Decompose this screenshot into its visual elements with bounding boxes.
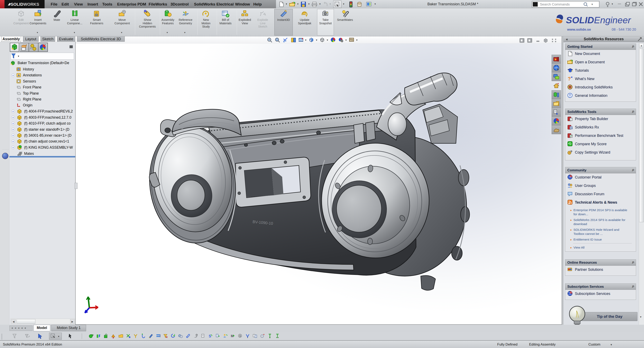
svg-text:S: S bbox=[239, 334, 241, 337]
svg-text:SOLIDEngineer: SOLIDEngineer bbox=[566, 15, 631, 25]
svg-text:▼: ▼ bbox=[316, 39, 318, 41]
svg-text:S: S bbox=[209, 334, 211, 338]
svg-text:▼: ▼ bbox=[304, 39, 307, 41]
svg-text:▼: ▼ bbox=[356, 39, 358, 41]
svg-text:M: M bbox=[231, 334, 234, 338]
svg-text:08 - 544 730 20: 08 - 544 730 20 bbox=[612, 27, 636, 31]
svg-text:▼: ▼ bbox=[326, 39, 328, 41]
svg-text:Rx: Rx bbox=[570, 127, 573, 129]
svg-text:SOLIDWORKS: SOLIDWORKS bbox=[11, 2, 39, 6]
svg-text:A: A bbox=[18, 73, 20, 77]
svg-text:?: ? bbox=[568, 76, 571, 81]
svg-text:▼: ▼ bbox=[345, 39, 347, 41]
svg-text:www.solide.se: www.solide.se bbox=[567, 27, 591, 31]
